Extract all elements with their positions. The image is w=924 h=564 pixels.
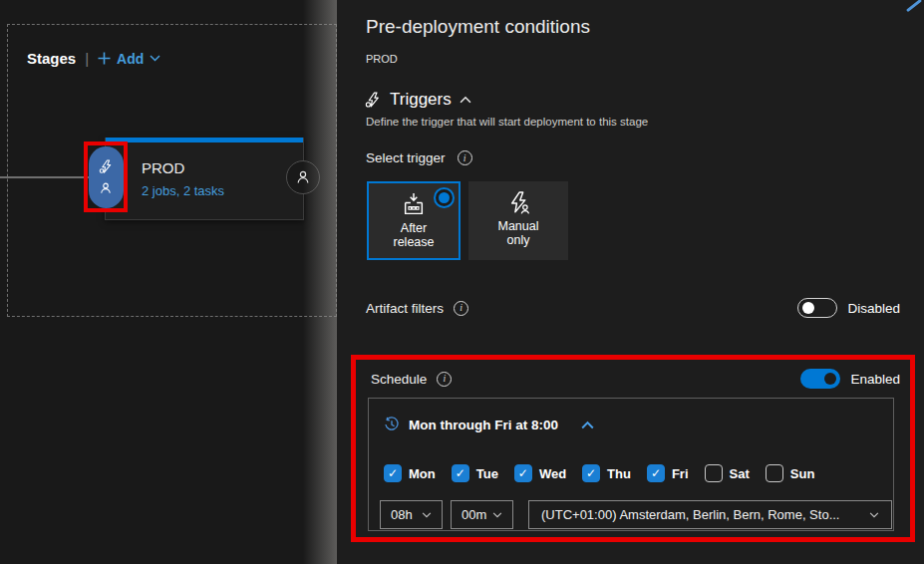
chevron-down-icon <box>492 512 502 518</box>
pre-deployment-conditions-panel: Pre-deployment conditions PROD Triggers … <box>337 0 924 564</box>
release-box-arrow-icon <box>401 192 427 217</box>
timezone-dropdown[interactable]: (UTC+01:00) Amsterdam, Berlin, Bern, Rom… <box>528 500 892 529</box>
lightning-trigger-icon <box>365 92 382 109</box>
checkbox-icon[interactable] <box>452 464 469 482</box>
day-mon[interactable]: Mon <box>384 464 436 482</box>
info-icon[interactable] <box>437 372 452 387</box>
schedule-annotation-box: Schedule Enabled Mon through Fri at 8:00 <box>351 355 915 542</box>
person-icon <box>99 181 113 195</box>
post-deployment-conditions-button[interactable] <box>286 160 320 194</box>
corner-diagonal-mark-icon <box>906 0 922 12</box>
radio-selected-icon <box>434 187 455 208</box>
day-label: Sat <box>730 466 750 481</box>
schedule-label: Schedule <box>371 372 427 387</box>
day-sat[interactable]: Sat <box>705 464 750 482</box>
stage-jobs-tasks-link[interactable]: 2 jobs, 2 tasks <box>142 183 224 198</box>
checkbox-icon[interactable] <box>384 464 402 482</box>
info-icon[interactable] <box>458 150 472 165</box>
hour-value: 08h <box>391 507 413 522</box>
toggle-knob <box>824 373 836 385</box>
pre-deployment-conditions-annotation <box>84 141 128 212</box>
day-label: Wed <box>539 466 566 481</box>
stages-label: Stages <box>27 50 76 67</box>
plus-icon <box>98 52 111 65</box>
day-tue[interactable]: Tue <box>452 464 498 482</box>
pipeline-canvas: Stages | Add PROD 2 jobs, 2 tasks <box>0 0 337 564</box>
schedule-summary-row: Mon through Fri at 8:00 <box>384 417 594 432</box>
artifact-filters-row: Artifact filters Disabled <box>366 298 900 318</box>
hour-dropdown[interactable]: 08h <box>380 500 443 529</box>
day-label: Mon <box>409 466 436 481</box>
triggers-description: Define the trigger that will start deplo… <box>366 116 648 128</box>
day-label: Fri <box>672 466 689 481</box>
trigger-option-label: Manual only <box>488 219 548 248</box>
trigger-options: After release Manual only <box>367 181 568 260</box>
clock-history-icon <box>384 417 400 432</box>
lightning-trigger-icon <box>99 159 114 174</box>
day-thu[interactable]: Thu <box>582 464 631 482</box>
schedule-row: Schedule Enabled <box>371 368 900 390</box>
trigger-option-after-release[interactable]: After release <box>367 181 461 260</box>
day-sun[interactable]: Sun <box>766 464 815 482</box>
day-label: Thu <box>607 466 631 481</box>
lightning-person-icon <box>505 190 531 215</box>
release-pipeline-screen: Stages | Add PROD 2 jobs, 2 tasks <box>0 0 924 564</box>
chevron-down-icon <box>150 55 160 62</box>
select-trigger-label: Select trigger <box>366 150 446 165</box>
schedule-summary-text: Mon through Fri at 8:00 <box>409 418 558 432</box>
minute-value: 00m <box>462 507 486 522</box>
info-icon[interactable] <box>454 301 468 316</box>
trigger-option-label: After release <box>384 221 444 250</box>
checkbox-icon[interactable] <box>766 464 783 482</box>
toggle-knob <box>802 302 814 314</box>
panel-title: Pre-deployment conditions <box>366 16 590 38</box>
schedule-days-row: Mon Tue Wed Thu <box>384 464 814 482</box>
schedule-time-row: 08h 00m (UTC+01:00) Amsterdam, Berlin, B… <box>380 500 892 529</box>
pre-deployment-conditions-button[interactable] <box>89 146 124 208</box>
select-trigger-row: Select trigger <box>366 150 472 165</box>
panel-subtitle: PROD <box>366 53 398 65</box>
minute-dropdown[interactable]: 00m <box>451 500 513 529</box>
chevron-down-icon <box>869 512 879 518</box>
stage-card-prod[interactable]: PROD 2 jobs, 2 tasks <box>105 138 304 220</box>
checkbox-icon[interactable] <box>514 464 532 482</box>
day-fri[interactable]: Fri <box>647 464 689 482</box>
triggers-section-header[interactable]: Triggers <box>365 90 471 110</box>
chevron-up-icon <box>581 421 594 429</box>
add-stage-button[interactable]: Add <box>98 51 160 67</box>
chevron-down-icon <box>422 512 432 518</box>
checkbox-icon[interactable] <box>705 464 723 482</box>
chevron-up-icon[interactable] <box>460 96 471 104</box>
day-wed[interactable]: Wed <box>514 464 566 482</box>
artifact-filters-toggle[interactable] <box>797 298 837 318</box>
schedule-details-box: Mon through Fri at 8:00 Mon Tue <box>368 398 894 531</box>
collapse-schedule-button[interactable] <box>581 421 594 429</box>
stage-name: PROD <box>142 159 184 176</box>
artifact-filters-state: Disabled <box>847 301 900 316</box>
triggers-heading: Triggers <box>390 90 452 110</box>
stage-status-bar <box>106 138 303 142</box>
timezone-value: (UTC+01:00) Amsterdam, Berlin, Bern, Rom… <box>541 507 839 522</box>
person-icon <box>295 169 311 185</box>
toolbar-divider: | <box>85 50 89 67</box>
stages-toolbar: Stages | Add <box>27 50 160 67</box>
checkbox-icon[interactable] <box>647 464 665 482</box>
stage-connector-line <box>0 176 89 178</box>
day-label: Sun <box>790 466 815 481</box>
schedule-toggle[interactable] <box>800 369 840 389</box>
day-label: Tue <box>476 466 498 481</box>
artifact-filters-label: Artifact filters <box>366 301 444 316</box>
add-button-label: Add <box>117 51 144 67</box>
checkbox-icon[interactable] <box>582 464 600 482</box>
trigger-option-manual-only[interactable]: Manual only <box>468 181 568 260</box>
schedule-state: Enabled <box>850 372 900 387</box>
